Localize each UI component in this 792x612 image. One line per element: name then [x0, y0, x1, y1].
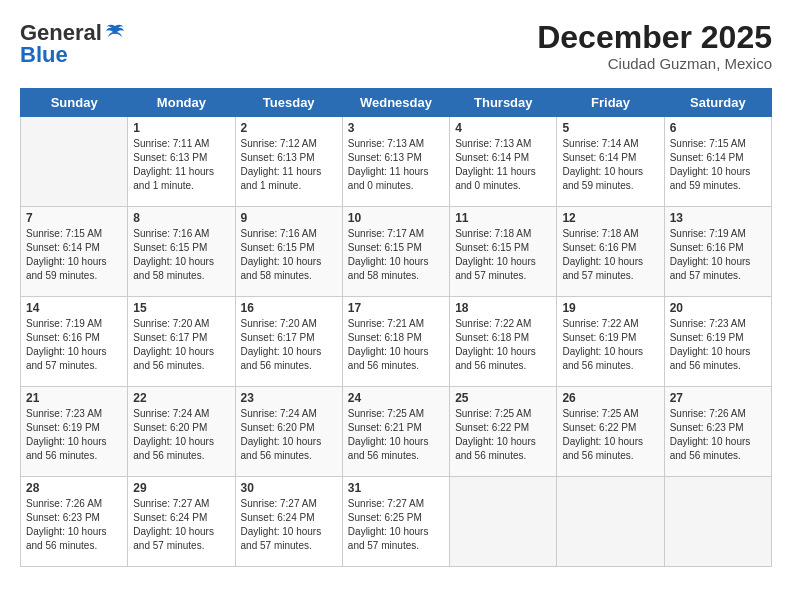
day-info: Sunrise: 7:17 AMSunset: 6:15 PMDaylight:…: [348, 227, 444, 283]
calendar-cell: 7Sunrise: 7:15 AMSunset: 6:14 PMDaylight…: [21, 207, 128, 297]
day-info: Sunrise: 7:18 AMSunset: 6:15 PMDaylight:…: [455, 227, 551, 283]
calendar-cell: 28Sunrise: 7:26 AMSunset: 6:23 PMDayligh…: [21, 477, 128, 567]
header-monday: Monday: [128, 89, 235, 117]
day-info: Sunrise: 7:22 AMSunset: 6:19 PMDaylight:…: [562, 317, 658, 373]
day-number: 7: [26, 211, 122, 225]
calendar-cell: 17Sunrise: 7:21 AMSunset: 6:18 PMDayligh…: [342, 297, 449, 387]
day-info: Sunrise: 7:15 AMSunset: 6:14 PMDaylight:…: [670, 137, 766, 193]
calendar-cell: 11Sunrise: 7:18 AMSunset: 6:15 PMDayligh…: [450, 207, 557, 297]
day-info: Sunrise: 7:27 AMSunset: 6:24 PMDaylight:…: [133, 497, 229, 553]
day-number: 13: [670, 211, 766, 225]
day-number: 19: [562, 301, 658, 315]
day-info: Sunrise: 7:19 AMSunset: 6:16 PMDaylight:…: [26, 317, 122, 373]
day-number: 27: [670, 391, 766, 405]
day-info: Sunrise: 7:18 AMSunset: 6:16 PMDaylight:…: [562, 227, 658, 283]
day-info: Sunrise: 7:23 AMSunset: 6:19 PMDaylight:…: [26, 407, 122, 463]
calendar-cell: 19Sunrise: 7:22 AMSunset: 6:19 PMDayligh…: [557, 297, 664, 387]
calendar-cell: 1Sunrise: 7:11 AMSunset: 6:13 PMDaylight…: [128, 117, 235, 207]
day-number: 11: [455, 211, 551, 225]
day-number: 21: [26, 391, 122, 405]
day-info: Sunrise: 7:15 AMSunset: 6:14 PMDaylight:…: [26, 227, 122, 283]
calendar-cell: 18Sunrise: 7:22 AMSunset: 6:18 PMDayligh…: [450, 297, 557, 387]
calendar-cell: 3Sunrise: 7:13 AMSunset: 6:13 PMDaylight…: [342, 117, 449, 207]
day-number: 9: [241, 211, 337, 225]
calendar-header-row: SundayMondayTuesdayWednesdayThursdayFrid…: [21, 89, 772, 117]
calendar-cell: 27Sunrise: 7:26 AMSunset: 6:23 PMDayligh…: [664, 387, 771, 477]
day-number: 6: [670, 121, 766, 135]
day-info: Sunrise: 7:25 AMSunset: 6:22 PMDaylight:…: [455, 407, 551, 463]
calendar-week-row: 1Sunrise: 7:11 AMSunset: 6:13 PMDaylight…: [21, 117, 772, 207]
logo-bird-icon: [104, 22, 126, 44]
calendar-cell: 15Sunrise: 7:20 AMSunset: 6:17 PMDayligh…: [128, 297, 235, 387]
calendar-cell: 10Sunrise: 7:17 AMSunset: 6:15 PMDayligh…: [342, 207, 449, 297]
header-wednesday: Wednesday: [342, 89, 449, 117]
day-number: 17: [348, 301, 444, 315]
calendar-cell: [557, 477, 664, 567]
logo-blue: Blue: [20, 42, 68, 68]
day-info: Sunrise: 7:14 AMSunset: 6:14 PMDaylight:…: [562, 137, 658, 193]
day-number: 12: [562, 211, 658, 225]
day-info: Sunrise: 7:27 AMSunset: 6:25 PMDaylight:…: [348, 497, 444, 553]
day-number: 29: [133, 481, 229, 495]
calendar-cell: [21, 117, 128, 207]
calendar-cell: 21Sunrise: 7:23 AMSunset: 6:19 PMDayligh…: [21, 387, 128, 477]
day-info: Sunrise: 7:11 AMSunset: 6:13 PMDaylight:…: [133, 137, 229, 193]
calendar-cell: 31Sunrise: 7:27 AMSunset: 6:25 PMDayligh…: [342, 477, 449, 567]
calendar-cell: 29Sunrise: 7:27 AMSunset: 6:24 PMDayligh…: [128, 477, 235, 567]
day-info: Sunrise: 7:21 AMSunset: 6:18 PMDaylight:…: [348, 317, 444, 373]
day-info: Sunrise: 7:25 AMSunset: 6:22 PMDaylight:…: [562, 407, 658, 463]
day-number: 28: [26, 481, 122, 495]
day-number: 26: [562, 391, 658, 405]
day-number: 1: [133, 121, 229, 135]
day-info: Sunrise: 7:22 AMSunset: 6:18 PMDaylight:…: [455, 317, 551, 373]
calendar-cell: 12Sunrise: 7:18 AMSunset: 6:16 PMDayligh…: [557, 207, 664, 297]
day-info: Sunrise: 7:12 AMSunset: 6:13 PMDaylight:…: [241, 137, 337, 193]
page-header: General Blue December 2025 Ciudad Guzman…: [20, 20, 772, 72]
header-friday: Friday: [557, 89, 664, 117]
logo: General Blue: [20, 20, 126, 68]
day-info: Sunrise: 7:27 AMSunset: 6:24 PMDaylight:…: [241, 497, 337, 553]
calendar-week-row: 14Sunrise: 7:19 AMSunset: 6:16 PMDayligh…: [21, 297, 772, 387]
day-number: 25: [455, 391, 551, 405]
day-info: Sunrise: 7:19 AMSunset: 6:16 PMDaylight:…: [670, 227, 766, 283]
calendar-cell: 16Sunrise: 7:20 AMSunset: 6:17 PMDayligh…: [235, 297, 342, 387]
day-number: 30: [241, 481, 337, 495]
day-number: 10: [348, 211, 444, 225]
calendar-cell: 2Sunrise: 7:12 AMSunset: 6:13 PMDaylight…: [235, 117, 342, 207]
location: Ciudad Guzman, Mexico: [537, 55, 772, 72]
header-tuesday: Tuesday: [235, 89, 342, 117]
calendar-cell: 9Sunrise: 7:16 AMSunset: 6:15 PMDaylight…: [235, 207, 342, 297]
day-info: Sunrise: 7:20 AMSunset: 6:17 PMDaylight:…: [133, 317, 229, 373]
day-info: Sunrise: 7:24 AMSunset: 6:20 PMDaylight:…: [241, 407, 337, 463]
calendar-week-row: 7Sunrise: 7:15 AMSunset: 6:14 PMDaylight…: [21, 207, 772, 297]
header-thursday: Thursday: [450, 89, 557, 117]
day-info: Sunrise: 7:26 AMSunset: 6:23 PMDaylight:…: [26, 497, 122, 553]
day-number: 31: [348, 481, 444, 495]
day-number: 5: [562, 121, 658, 135]
header-sunday: Sunday: [21, 89, 128, 117]
calendar-cell: 14Sunrise: 7:19 AMSunset: 6:16 PMDayligh…: [21, 297, 128, 387]
calendar-table: SundayMondayTuesdayWednesdayThursdayFrid…: [20, 88, 772, 567]
calendar-week-row: 28Sunrise: 7:26 AMSunset: 6:23 PMDayligh…: [21, 477, 772, 567]
day-info: Sunrise: 7:25 AMSunset: 6:21 PMDaylight:…: [348, 407, 444, 463]
calendar-cell: 8Sunrise: 7:16 AMSunset: 6:15 PMDaylight…: [128, 207, 235, 297]
day-number: 8: [133, 211, 229, 225]
title-block: December 2025 Ciudad Guzman, Mexico: [537, 20, 772, 72]
day-number: 23: [241, 391, 337, 405]
month-title: December 2025: [537, 20, 772, 55]
day-info: Sunrise: 7:13 AMSunset: 6:13 PMDaylight:…: [348, 137, 444, 193]
calendar-cell: 23Sunrise: 7:24 AMSunset: 6:20 PMDayligh…: [235, 387, 342, 477]
calendar-week-row: 21Sunrise: 7:23 AMSunset: 6:19 PMDayligh…: [21, 387, 772, 477]
calendar-cell: 5Sunrise: 7:14 AMSunset: 6:14 PMDaylight…: [557, 117, 664, 207]
day-number: 2: [241, 121, 337, 135]
calendar-cell: 6Sunrise: 7:15 AMSunset: 6:14 PMDaylight…: [664, 117, 771, 207]
day-info: Sunrise: 7:16 AMSunset: 6:15 PMDaylight:…: [241, 227, 337, 283]
day-number: 3: [348, 121, 444, 135]
calendar-cell: 25Sunrise: 7:25 AMSunset: 6:22 PMDayligh…: [450, 387, 557, 477]
calendar-cell: 4Sunrise: 7:13 AMSunset: 6:14 PMDaylight…: [450, 117, 557, 207]
day-number: 20: [670, 301, 766, 315]
calendar-cell: [450, 477, 557, 567]
day-info: Sunrise: 7:26 AMSunset: 6:23 PMDaylight:…: [670, 407, 766, 463]
calendar-cell: 22Sunrise: 7:24 AMSunset: 6:20 PMDayligh…: [128, 387, 235, 477]
calendar-cell: 26Sunrise: 7:25 AMSunset: 6:22 PMDayligh…: [557, 387, 664, 477]
